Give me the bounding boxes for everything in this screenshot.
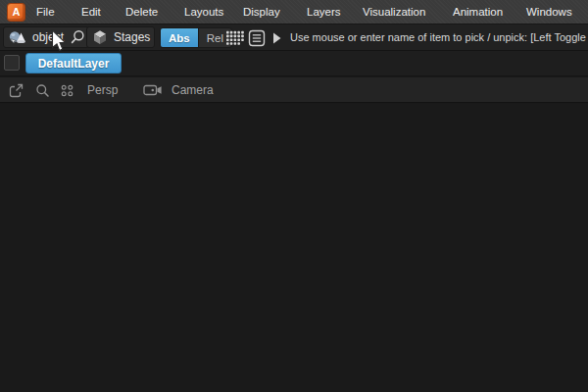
menu-item-file[interactable]: File	[36, 0, 55, 24]
four-dots-icon[interactable]	[60, 77, 74, 103]
persp-selector[interactable]: Persp	[87, 77, 118, 103]
layer-bar: DefaultLayer	[0, 51, 588, 76]
list-icon[interactable]	[248, 29, 266, 47]
zoom-icon[interactable]	[35, 77, 50, 103]
pop-out-icon[interactable]	[9, 77, 24, 103]
menu-item-animation[interactable]: Animation	[453, 0, 503, 24]
abs-rel-toggle: Abs Rel	[160, 27, 232, 48]
viewport-3d[interactable]	[0, 104, 588, 392]
pick-objects-icon	[8, 29, 28, 46]
stages-label: Stages	[114, 30, 150, 44]
menu-item-layers[interactable]: Layers	[307, 0, 341, 24]
play-triangle-icon[interactable]	[272, 32, 282, 44]
menu-bar: A File Edit Delete Layouts Display Layer…	[0, 0, 588, 24]
layer-visibility-checkbox[interactable]	[4, 55, 20, 71]
viewport-toolbar: Persp Camera	[0, 77, 588, 103]
menu-item-layouts[interactable]: Layouts	[184, 0, 223, 24]
application-window: A File Edit Delete Layouts Display Layer…	[0, 0, 588, 392]
layer-tab-defaultlayer[interactable]: DefaultLayer	[25, 53, 122, 74]
menu-item-display[interactable]: Display	[243, 0, 280, 24]
camera-selector[interactable]: Camera	[172, 77, 214, 103]
menu-item-delete[interactable]: Delete	[125, 0, 158, 24]
pick-toolbar: object Stages Abs Rel	[0, 24, 588, 51]
pick-field-value[interactable]: object	[32, 30, 64, 44]
pick-object-field[interactable]: object	[3, 26, 89, 48]
pick-hint-text: Use mouse or enter name of item to pick …	[290, 24, 588, 51]
menu-item-visualization[interactable]: Visualization	[363, 0, 425, 24]
menu-item-windows[interactable]: Windows	[526, 0, 572, 24]
stages-cube-icon	[92, 29, 108, 45]
app-logo-icon[interactable]: A	[8, 4, 24, 21]
camera-icon[interactable]	[143, 77, 163, 103]
search-icon[interactable]	[70, 29, 85, 45]
stages-button[interactable]: Stages	[86, 26, 155, 48]
abs-button[interactable]: Abs	[161, 28, 198, 47]
menu-item-edit[interactable]: Edit	[81, 0, 101, 24]
grid-icon[interactable]	[225, 30, 245, 46]
